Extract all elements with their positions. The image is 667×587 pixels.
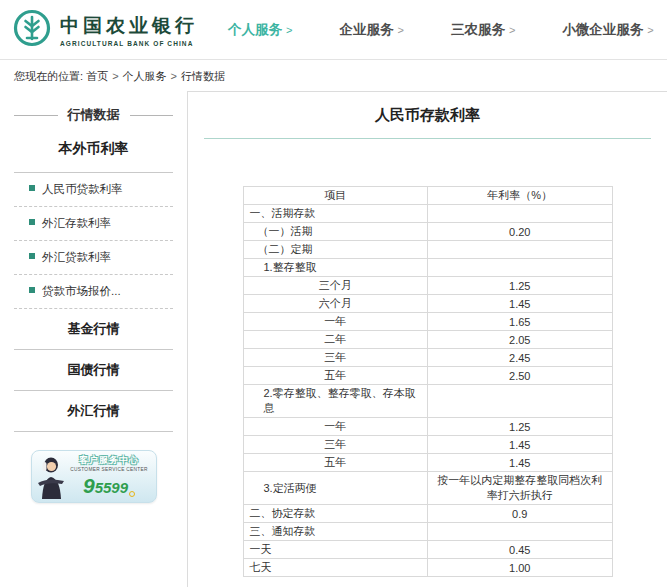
- sidebar-item-国债行情[interactable]: 国债行情: [14, 350, 173, 391]
- top-nav: 个人服务>企业服务>三农服务>小微企业服务>: [228, 21, 654, 39]
- item-cell: 七天: [243, 559, 428, 577]
- breadcrumb-link-行情数据[interactable]: 行情数据: [181, 70, 225, 82]
- table-row: 三年1.45: [243, 436, 612, 454]
- main-panel: 人民币存款利率 项目 年利率（%） 一、活期存款（一）活期0.20（二）定期1.…: [187, 91, 667, 587]
- rate-cell: 0.9: [428, 505, 613, 523]
- rate-cell: 1.25: [428, 277, 613, 295]
- sidebar-item-人民币贷款利率[interactable]: 人民币贷款利率: [14, 173, 173, 207]
- nav-item-三农服务[interactable]: 三农服务>: [451, 21, 515, 39]
- item-cell: 三年: [243, 349, 428, 367]
- breadcrumb-prefix: 您现在的位置:: [14, 70, 86, 82]
- breadcrumb: 您现在的位置: 首页>个人服务>行情数据: [0, 60, 667, 91]
- nav-item-label: 小微企业服务: [562, 21, 643, 39]
- sidebar-sections: 基金行情国债行情外汇行情: [14, 309, 173, 432]
- table-row: 一年1.65: [243, 313, 612, 331]
- table-row: 六个月1.45: [243, 295, 612, 313]
- rate-cell: 按一年以内定期整存整取同档次利率打六折执行: [428, 472, 613, 505]
- item-cell: 1.整存整取: [243, 259, 428, 277]
- chevron-right-icon: >: [286, 24, 292, 36]
- rate-cell: [428, 385, 613, 418]
- rate-cell: 1.65: [428, 313, 613, 331]
- table-row: 三个月1.25: [243, 277, 612, 295]
- item-cell: 一天: [243, 541, 428, 559]
- item-cell: 五年: [243, 454, 428, 472]
- item-cell: 二年: [243, 331, 428, 349]
- rate-cell: 2.45: [428, 349, 613, 367]
- service-center-title-cn: 客户服务中心: [68, 456, 151, 466]
- table-row: 一、活期存款: [243, 205, 612, 223]
- square-bullet-icon: [29, 219, 35, 225]
- customer-service-banner[interactable]: 客户服务中心 CUSTOMER SERVICE CENTER 95599: [31, 450, 157, 503]
- sidebar-item-外汇行情[interactable]: 外汇行情: [14, 391, 173, 432]
- content-area: 行情数据 本外币利率 人民币贷款利率外汇存款利率外汇贷款利率贷款市场报价... …: [0, 91, 667, 587]
- table-row: 三、通知存款: [243, 523, 612, 541]
- rate-cell: 1.25: [428, 418, 613, 436]
- item-cell: （一）活期: [243, 223, 428, 241]
- sidebar-item-label: 外汇存款利率: [42, 217, 111, 229]
- bank-logo-icon: [12, 8, 52, 52]
- rate-cell: [428, 523, 613, 541]
- bank-name-en: AGRICULTURAL BANK OF CHINA: [60, 40, 198, 47]
- breadcrumb-separator: >: [112, 70, 118, 82]
- table-row: 七天1.00: [243, 559, 612, 577]
- nav-item-企业服务[interactable]: 企业服务>: [339, 21, 403, 39]
- item-cell: 一年: [243, 418, 428, 436]
- table-row: 一年1.25: [243, 418, 612, 436]
- site-header: 中国农业银行 AGRICULTURAL BANK OF CHINA 个人服务>企…: [0, 0, 667, 60]
- item-cell: 三个月: [243, 277, 428, 295]
- item-cell: 六个月: [243, 295, 428, 313]
- item-cell: 一、活期存款: [243, 205, 428, 223]
- sidebar-item-currency-rates[interactable]: 本外币利率: [14, 124, 173, 172]
- sidebar-item-label: 人民币贷款利率: [42, 183, 123, 195]
- breadcrumb-separator: >: [171, 70, 177, 82]
- chevron-right-icon: >: [647, 24, 653, 36]
- item-cell: 二、协定存款: [243, 505, 428, 523]
- square-bullet-icon: [29, 287, 35, 293]
- sidebar-links: 人民币贷款利率外汇存款利率外汇贷款利率贷款市场报价...: [14, 173, 173, 309]
- rate-cell: [428, 205, 613, 223]
- table-row: 三年2.45: [243, 349, 612, 367]
- bank-logo[interactable]: 中国农业银行 AGRICULTURAL BANK OF CHINA: [12, 8, 198, 52]
- sidebar-section-title: 行情数据: [14, 106, 173, 124]
- rate-cell: 2.50: [428, 367, 613, 385]
- sidebar: 行情数据 本外币利率 人民币贷款利率外汇存款利率外汇贷款利率贷款市场报价... …: [0, 91, 187, 587]
- table-row: 1.整存整取: [243, 259, 612, 277]
- sidebar-item-贷款市场报价...[interactable]: 贷款市场报价...: [14, 275, 173, 309]
- rate-cell: 1.00: [428, 559, 613, 577]
- nav-item-小微企业服务[interactable]: 小微企业服务>: [562, 21, 653, 39]
- rate-cell: 2.05: [428, 331, 613, 349]
- table-row: 二年2.05: [243, 331, 612, 349]
- square-bullet-icon: [29, 253, 35, 259]
- table-row: 3.定活两便按一年以内定期整存整取同档次利率打六折执行: [243, 472, 612, 505]
- rate-cell: [428, 259, 613, 277]
- rate-cell: 1.45: [428, 454, 613, 472]
- title-underline: [204, 138, 651, 139]
- service-agent-icon: [34, 453, 68, 500]
- item-cell: 五年: [243, 367, 428, 385]
- sidebar-item-外汇存款利率[interactable]: 外汇存款利率: [14, 207, 173, 241]
- chevron-right-icon: >: [509, 24, 515, 36]
- item-cell: 2.零存整取、整存零取、存本取息: [243, 385, 428, 418]
- rate-cell: 1.45: [428, 295, 613, 313]
- sidebar-item-基金行情[interactable]: 基金行情: [14, 309, 173, 350]
- rate-cell: 0.45: [428, 541, 613, 559]
- nav-item-label: 企业服务: [339, 21, 393, 39]
- nav-item-个人服务[interactable]: 个人服务>: [228, 21, 292, 39]
- sidebar-item-label: 外汇贷款利率: [42, 251, 111, 263]
- square-bullet-icon: [29, 185, 35, 191]
- bank-name-cn: 中国农业银行: [60, 13, 198, 39]
- table-row: 五年2.50: [243, 367, 612, 385]
- item-cell: 3.定活两便: [243, 472, 428, 505]
- sidebar-item-外汇贷款利率[interactable]: 外汇贷款利率: [14, 241, 173, 275]
- table-row: （二）定期: [243, 241, 612, 259]
- breadcrumb-link-首页[interactable]: 首页: [86, 70, 108, 82]
- breadcrumb-link-个人服务[interactable]: 个人服务: [123, 70, 167, 82]
- item-cell: （二）定期: [243, 241, 428, 259]
- item-cell: 一年: [243, 313, 428, 331]
- table-row: 2.零存整取、整存零取、存本取息: [243, 385, 612, 418]
- chevron-right-icon: >: [397, 24, 403, 36]
- service-center-title-en: CUSTOMER SERVICE CENTER: [68, 467, 151, 472]
- column-header-item: 项目: [243, 187, 428, 205]
- nav-item-label: 个人服务: [228, 21, 282, 39]
- rate-cell: 1.45: [428, 436, 613, 454]
